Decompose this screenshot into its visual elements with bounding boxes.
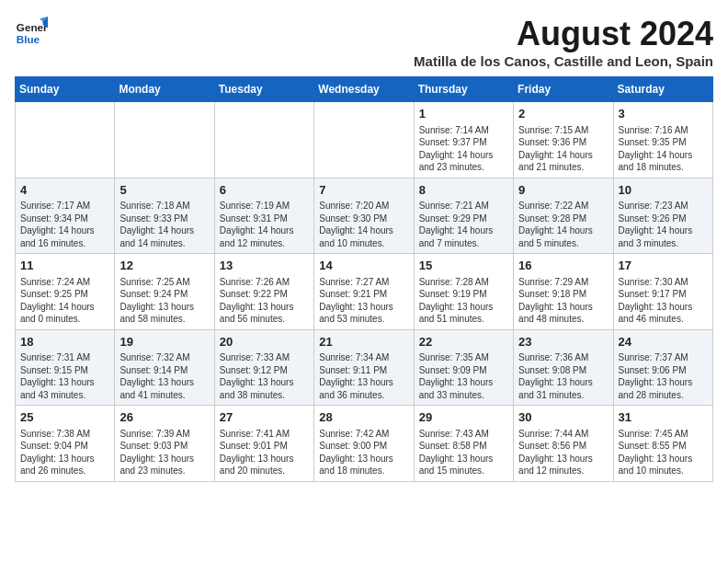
calendar-cell: 23Sunrise: 7:36 AM Sunset: 9:08 PM Dayli… xyxy=(514,329,613,406)
day-info: Sunrise: 7:45 AM Sunset: 8:55 PM Dayligh… xyxy=(619,428,708,477)
day-number: 21 xyxy=(319,334,408,350)
calendar-table: SundayMondayTuesdayWednesdayThursdayFrid… xyxy=(15,76,713,482)
day-number: 15 xyxy=(419,258,508,274)
calendar-cell: 28Sunrise: 7:42 AM Sunset: 9:00 PM Dayli… xyxy=(314,406,414,482)
calendar-cell: 24Sunrise: 7:37 AM Sunset: 9:06 PM Dayli… xyxy=(613,329,712,406)
day-number: 14 xyxy=(319,258,408,274)
calendar-cell: 5Sunrise: 7:18 AM Sunset: 9:33 PM Daylig… xyxy=(115,178,214,254)
day-info: Sunrise: 7:22 AM Sunset: 9:28 PM Dayligh… xyxy=(518,200,608,249)
calendar-cell: 17Sunrise: 7:30 AM Sunset: 9:17 PM Dayli… xyxy=(613,254,712,330)
calendar-cell xyxy=(16,102,115,178)
calendar-week-row: 18Sunrise: 7:31 AM Sunset: 9:15 PM Dayli… xyxy=(16,329,713,406)
title-area: August 2024 Matilla de los Canos, Castil… xyxy=(414,15,713,69)
calendar-cell: 4Sunrise: 7:17 AM Sunset: 9:34 PM Daylig… xyxy=(16,178,115,254)
day-info: Sunrise: 7:34 AM Sunset: 9:11 PM Dayligh… xyxy=(319,351,408,401)
day-info: Sunrise: 7:25 AM Sunset: 9:24 PM Dayligh… xyxy=(119,276,209,326)
day-info: Sunrise: 7:41 AM Sunset: 9:01 PM Dayligh… xyxy=(220,428,309,477)
day-info: Sunrise: 7:23 AM Sunset: 9:26 PM Dayligh… xyxy=(619,200,708,249)
day-info: Sunrise: 7:31 AM Sunset: 9:15 PM Dayligh… xyxy=(20,351,109,401)
calendar-cell: 11Sunrise: 7:24 AM Sunset: 9:25 PM Dayli… xyxy=(16,254,115,330)
day-number: 3 xyxy=(619,106,708,122)
calendar-week-row: 1Sunrise: 7:14 AM Sunset: 9:37 PM Daylig… xyxy=(16,102,713,178)
day-info: Sunrise: 7:30 AM Sunset: 9:17 PM Dayligh… xyxy=(619,276,708,326)
day-number: 25 xyxy=(20,409,109,426)
day-info: Sunrise: 7:14 AM Sunset: 9:37 PM Dayligh… xyxy=(419,124,508,174)
day-info: Sunrise: 7:20 AM Sunset: 9:30 PM Dayligh… xyxy=(319,200,408,249)
day-number: 24 xyxy=(619,334,708,350)
logo-icon: General Blue xyxy=(15,15,48,48)
day-info: Sunrise: 7:26 AM Sunset: 9:22 PM Dayligh… xyxy=(220,276,309,326)
svg-text:Blue: Blue xyxy=(17,33,40,45)
calendar-header: SundayMondayTuesdayWednesdayThursdayFrid… xyxy=(16,77,713,102)
day-number: 29 xyxy=(419,409,508,426)
day-info: Sunrise: 7:38 AM Sunset: 9:04 PM Dayligh… xyxy=(20,428,109,477)
calendar-cell: 22Sunrise: 7:35 AM Sunset: 9:09 PM Dayli… xyxy=(414,329,513,406)
day-info: Sunrise: 7:36 AM Sunset: 9:08 PM Dayligh… xyxy=(518,351,608,401)
calendar-cell: 15Sunrise: 7:28 AM Sunset: 9:19 PM Dayli… xyxy=(414,254,513,330)
logo: General Blue xyxy=(15,15,48,48)
day-number: 16 xyxy=(518,258,608,274)
subtitle: Matilla de los Canos, Castille and Leon,… xyxy=(414,53,713,69)
day-number: 22 xyxy=(419,334,508,350)
day-info: Sunrise: 7:21 AM Sunset: 9:29 PM Dayligh… xyxy=(419,200,508,249)
calendar-cell: 25Sunrise: 7:38 AM Sunset: 9:04 PM Dayli… xyxy=(16,406,115,482)
calendar-cell: 2Sunrise: 7:15 AM Sunset: 9:36 PM Daylig… xyxy=(514,102,613,178)
day-number: 26 xyxy=(119,409,209,426)
day-info: Sunrise: 7:19 AM Sunset: 9:31 PM Dayligh… xyxy=(220,200,309,249)
calendar-cell: 14Sunrise: 7:27 AM Sunset: 9:21 PM Dayli… xyxy=(314,254,414,330)
calendar-cell: 10Sunrise: 7:23 AM Sunset: 9:26 PM Dayli… xyxy=(613,178,712,254)
day-number: 30 xyxy=(518,409,608,426)
day-number: 23 xyxy=(518,334,608,350)
calendar-week-row: 4Sunrise: 7:17 AM Sunset: 9:34 PM Daylig… xyxy=(16,178,713,254)
day-number: 20 xyxy=(220,334,309,350)
calendar-cell xyxy=(314,102,414,178)
day-info: Sunrise: 7:37 AM Sunset: 9:06 PM Dayligh… xyxy=(619,351,708,401)
calendar-cell: 1Sunrise: 7:14 AM Sunset: 9:37 PM Daylig… xyxy=(414,102,513,178)
day-of-week-header: Monday xyxy=(115,77,214,102)
day-number: 9 xyxy=(518,182,608,199)
day-info: Sunrise: 7:39 AM Sunset: 9:03 PM Dayligh… xyxy=(119,428,209,477)
day-number: 2 xyxy=(518,106,608,122)
day-info: Sunrise: 7:24 AM Sunset: 9:25 PM Dayligh… xyxy=(20,276,109,326)
calendar-cell: 18Sunrise: 7:31 AM Sunset: 9:15 PM Dayli… xyxy=(16,329,115,406)
day-info: Sunrise: 7:28 AM Sunset: 9:19 PM Dayligh… xyxy=(419,276,508,326)
calendar-cell: 30Sunrise: 7:44 AM Sunset: 8:56 PM Dayli… xyxy=(514,406,613,482)
calendar-cell: 6Sunrise: 7:19 AM Sunset: 9:31 PM Daylig… xyxy=(214,178,313,254)
calendar-cell: 8Sunrise: 7:21 AM Sunset: 9:29 PM Daylig… xyxy=(414,178,513,254)
day-info: Sunrise: 7:42 AM Sunset: 9:00 PM Dayligh… xyxy=(319,428,408,477)
day-number: 17 xyxy=(619,258,708,274)
day-number: 10 xyxy=(619,182,708,199)
calendar-cell xyxy=(115,102,214,178)
day-number: 4 xyxy=(20,182,109,199)
calendar-cell: 20Sunrise: 7:33 AM Sunset: 9:12 PM Dayli… xyxy=(214,329,313,406)
day-info: Sunrise: 7:17 AM Sunset: 9:34 PM Dayligh… xyxy=(20,200,109,249)
calendar-cell: 29Sunrise: 7:43 AM Sunset: 8:58 PM Dayli… xyxy=(414,406,513,482)
day-number: 6 xyxy=(220,182,309,199)
calendar-cell: 31Sunrise: 7:45 AM Sunset: 8:55 PM Dayli… xyxy=(613,406,712,482)
day-info: Sunrise: 7:33 AM Sunset: 9:12 PM Dayligh… xyxy=(220,351,309,401)
day-of-week-header: Saturday xyxy=(613,77,712,102)
day-of-week-header: Wednesday xyxy=(314,77,414,102)
day-number: 7 xyxy=(319,182,408,199)
day-of-week-header: Sunday xyxy=(16,77,115,102)
day-number: 13 xyxy=(220,258,309,274)
day-number: 11 xyxy=(20,258,109,274)
calendar-cell: 9Sunrise: 7:22 AM Sunset: 9:28 PM Daylig… xyxy=(514,178,613,254)
day-info: Sunrise: 7:18 AM Sunset: 9:33 PM Dayligh… xyxy=(119,200,209,249)
calendar-cell: 12Sunrise: 7:25 AM Sunset: 9:24 PM Dayli… xyxy=(115,254,214,330)
day-number: 27 xyxy=(220,409,309,426)
header-row: SundayMondayTuesdayWednesdayThursdayFrid… xyxy=(16,77,713,102)
page-header: General Blue August 2024 Matilla de los … xyxy=(15,15,713,69)
day-of-week-header: Thursday xyxy=(414,77,513,102)
day-info: Sunrise: 7:44 AM Sunset: 8:56 PM Dayligh… xyxy=(518,428,608,477)
calendar-cell: 7Sunrise: 7:20 AM Sunset: 9:30 PM Daylig… xyxy=(314,178,414,254)
calendar-week-row: 11Sunrise: 7:24 AM Sunset: 9:25 PM Dayli… xyxy=(16,254,713,330)
calendar-cell: 26Sunrise: 7:39 AM Sunset: 9:03 PM Dayli… xyxy=(115,406,214,482)
calendar-cell: 21Sunrise: 7:34 AM Sunset: 9:11 PM Dayli… xyxy=(314,329,414,406)
day-info: Sunrise: 7:15 AM Sunset: 9:36 PM Dayligh… xyxy=(518,124,608,174)
day-number: 18 xyxy=(20,334,109,350)
day-number: 1 xyxy=(419,106,508,122)
calendar-cell: 3Sunrise: 7:16 AM Sunset: 9:35 PM Daylig… xyxy=(613,102,712,178)
day-number: 19 xyxy=(119,334,209,350)
calendar-cell: 19Sunrise: 7:32 AM Sunset: 9:14 PM Dayli… xyxy=(115,329,214,406)
